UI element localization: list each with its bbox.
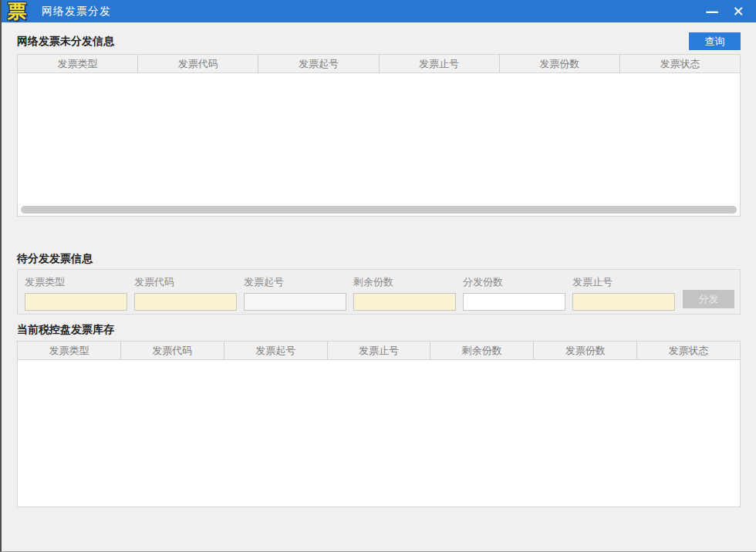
remaining-count-input[interactable] [353, 293, 456, 311]
column-header: 发票类型 [18, 342, 121, 359]
column-header: 剩余份数 [430, 342, 534, 359]
column-header: 发票代码 [138, 55, 258, 72]
invoice-type-input[interactable] [25, 293, 127, 311]
invoice-end-number-input[interactable] [572, 293, 675, 311]
remaining-count-label: 剩余份数 [353, 275, 463, 289]
undistributed-table-body [18, 73, 740, 204]
remaining-count-field: 剩余份数 [353, 275, 463, 311]
distribute-count-label: 分发份数 [463, 275, 572, 289]
undistributed-table-header-row: 发票类型发票代码发票起号发票止号发票份数发票状态 [18, 55, 740, 73]
scrollbar-thumb[interactable] [21, 206, 737, 214]
column-header: 发票份数 [534, 342, 637, 359]
column-header: 发票份数 [500, 55, 620, 72]
pending-section-title: 待分发发票信息 [17, 252, 93, 266]
distribute-count-field: 分发份数 [463, 275, 572, 311]
invoice-start-number-field: 发票起号 [244, 275, 353, 311]
query-button[interactable]: 查询 [689, 32, 741, 50]
undistributed-section-title: 网络发票未分发信息 [17, 35, 114, 49]
tax-disk-inventory-table: 发票类型发票代码发票起号发票止号剩余份数发票份数发票状态 [17, 341, 741, 507]
invoice-start-number-input[interactable] [244, 293, 346, 311]
invoice-code-label: 发票代码 [134, 275, 244, 289]
column-header: 发票起号 [224, 342, 328, 359]
column-header: 发票状态 [620, 55, 740, 72]
window-title: 网络发票分发 [42, 5, 111, 19]
inventory-section-title: 当前税控盘发票库存 [17, 323, 114, 337]
column-header: 发票代码 [121, 342, 224, 359]
app-invoice-icon: 票 [2, 0, 32, 23]
window-controls: — ✕ [699, 0, 756, 22]
pending-distribution-form: 发票类型 发票代码 发票起号 剩余份数 分发份数 发票止号 分发 [17, 269, 741, 315]
invoice-code-field: 发票代码 [134, 275, 244, 311]
column-header: 发票状态 [637, 342, 740, 359]
minimize-icon[interactable]: — [699, 0, 725, 22]
invoice-start-number-label: 发票起号 [244, 275, 353, 289]
invoice-code-input[interactable] [134, 293, 237, 311]
titlebar: 票 网络发票分发 — ✕ [2, 0, 756, 23]
invoice-end-number-label: 发票止号 [572, 275, 682, 289]
inventory-table-body [18, 360, 740, 507]
column-header: 发票止号 [380, 55, 500, 72]
invoice-type-field: 发票类型 [25, 275, 134, 311]
distribute-count-input[interactable] [463, 293, 565, 311]
close-icon[interactable]: ✕ [725, 0, 751, 22]
undistributed-invoice-table: 发票类型发票代码发票起号发票止号发票份数发票状态 [17, 54, 741, 217]
column-header: 发票类型 [18, 55, 138, 72]
inventory-table-header-row: 发票类型发票代码发票起号发票止号剩余份数发票份数发票状态 [18, 342, 740, 360]
invoice-type-label: 发票类型 [25, 275, 134, 289]
column-header: 发票起号 [258, 55, 379, 72]
distribute-button[interactable]: 分发 [683, 290, 734, 308]
column-header: 发票止号 [328, 342, 431, 359]
horizontal-scrollbar[interactable] [18, 204, 740, 216]
invoice-end-number-field: 发票止号 [572, 275, 682, 311]
invoice-distribution-window: { "window": { "title": "网络发票分发", "icon_g… [0, 0, 756, 552]
